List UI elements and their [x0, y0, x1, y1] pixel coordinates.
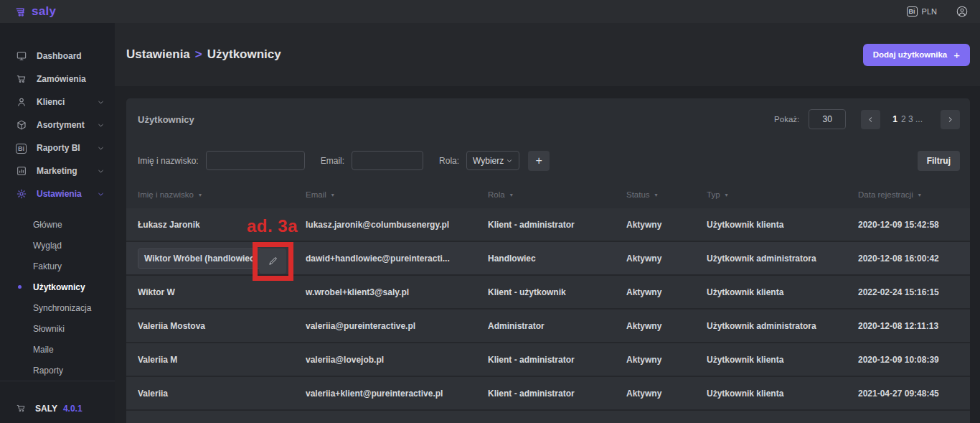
- submenu-item-użytkownicy[interactable]: Użytkownicy: [0, 276, 115, 297]
- column-header[interactable]: Status ▾: [626, 190, 707, 199]
- currency-selector[interactable]: Bi PLN: [907, 6, 937, 17]
- cell-email: w.wrobel+klient3@saly.pl: [306, 287, 488, 297]
- cell-registered: 2020-12-08 12:11:13: [858, 321, 970, 331]
- cell-registered: 2020-12-09 15:42:58: [858, 220, 970, 230]
- email-filter-input[interactable]: [352, 151, 423, 170]
- name-filter-label: Imię i nazwisko:: [138, 156, 199, 166]
- sidebar-item-klienci[interactable]: Klienci: [0, 90, 115, 113]
- cell-registered: 2020-12-09 10:08:39: [858, 355, 970, 365]
- column-header-label: Imię i nazwisko: [138, 190, 194, 199]
- users-panel: Użytkownicy Pokaż: 12 3 ... Imię i nazwi…: [126, 98, 970, 423]
- cell-role: Klient - administrator: [488, 389, 626, 399]
- monitor-icon: [16, 50, 27, 62]
- column-header-label: Rola: [488, 190, 505, 199]
- column-header-label: Email: [306, 190, 326, 199]
- column-header-label: Status: [626, 190, 650, 199]
- prev-page-button[interactable]: [861, 110, 880, 129]
- cell-role: Administrator: [488, 321, 626, 331]
- column-header[interactable]: Typ ▾: [707, 190, 858, 199]
- submenu-item-faktury[interactable]: Faktury: [0, 256, 115, 276]
- sidebar-item-label: Marketing: [37, 166, 77, 176]
- pagination: Pokaż: 12 3 ...: [774, 109, 960, 129]
- sidebar-item-dashboard[interactable]: Dashboard: [0, 45, 115, 68]
- main-content: Ustawienia > Użytkownicy Dodaj użytkowni…: [115, 23, 980, 423]
- column-header-label: Data rejestracji: [858, 190, 913, 199]
- submenu-item-synchronizacja[interactable]: Synchronizacja: [0, 297, 115, 318]
- column-header[interactable]: Data rejestracji ▾: [858, 190, 970, 199]
- show-label: Pokaż:: [774, 115, 799, 124]
- edit-user-button[interactable]: [259, 248, 286, 274]
- email-filter-label: Email:: [321, 156, 344, 166]
- active-dot: [18, 285, 22, 289]
- table-row[interactable]: Wiktor Wróbel (handlowiec) dawid+handlow…: [126, 242, 970, 276]
- submenu-item-label: Użytkownicy: [33, 282, 85, 292]
- cell-role: Klient - użytkownik: [488, 287, 626, 297]
- cell-type: Użytkownik administratora: [707, 321, 858, 331]
- column-header[interactable]: Email ▾: [306, 190, 488, 199]
- role-filter-select[interactable]: Wybierz: [466, 151, 519, 170]
- page-header: Ustawienia > Użytkownicy Dodaj użytkowni…: [115, 23, 980, 86]
- breadcrumb-page: Użytkownicy: [207, 47, 281, 62]
- currency-label: PLN: [922, 7, 937, 16]
- table-row[interactable]: Valeriia Mostova valeriia@pureinteractiv…: [126, 310, 970, 343]
- sidebar-item-zamówienia[interactable]: Zamówienia: [0, 68, 115, 90]
- cell-status: Aktywny: [626, 355, 707, 365]
- sort-arrow-icon: ▾: [510, 192, 513, 198]
- cart-icon: [16, 73, 27, 85]
- submenu-item-główne[interactable]: Główne: [0, 214, 115, 235]
- sidebar-item-raporty-bi[interactable]: Bi Raporty BI: [0, 136, 115, 159]
- table-row[interactable]: Wiktor W w.wrobel+klient3@saly.pl Klient…: [126, 276, 970, 310]
- sidebar-item-asortyment[interactable]: Asortyment: [0, 113, 115, 136]
- table-row-partial: [126, 411, 970, 423]
- sidebar-item-ustawienia[interactable]: Ustawienia: [0, 182, 115, 205]
- cell-type: Użytkownik klienta: [707, 389, 858, 399]
- page-numbers[interactable]: 12 3 ...: [890, 114, 925, 124]
- table-row[interactable]: Valeriia M valeriia@lovejob.pl Klient - …: [126, 343, 970, 377]
- submenu-item-raporty[interactable]: Raporty: [0, 360, 115, 381]
- cell-type: Użytkownik klienta: [707, 287, 858, 297]
- chevron-down-icon: [97, 190, 105, 198]
- breadcrumb-section[interactable]: Ustawienia: [126, 47, 190, 62]
- cell-name: Wiktor W: [138, 287, 306, 297]
- filter-submit-button[interactable]: Filtruj: [918, 151, 960, 171]
- person-icon: [16, 96, 27, 108]
- sort-arrow-icon: ▾: [725, 192, 728, 198]
- column-header[interactable]: Rola ▾: [488, 190, 626, 199]
- submenu-item-label: Raporty: [33, 366, 63, 376]
- submenu-item-słowniki[interactable]: Słowniki: [0, 318, 115, 339]
- chevron-right-icon: [946, 116, 954, 124]
- table-body: Łukasz Jaronik lukasz.jaronik@columbusen…: [126, 208, 970, 411]
- breadcrumb: Ustawienia > Użytkownicy: [126, 47, 281, 62]
- sidebar-item-label: Ustawienia: [37, 189, 82, 199]
- sidebar: Dashboard Zamówienia Klienci Asortyment …: [0, 23, 115, 423]
- name-filter-input[interactable]: [206, 151, 305, 170]
- cell-role: Klient - administrator: [488, 355, 626, 365]
- topbar: saly Bi PLN: [0, 0, 980, 23]
- submenu-item-wygląd[interactable]: Wygląd: [0, 235, 115, 256]
- table-row[interactable]: Valeriia valeriia+klient@pureinteractive…: [126, 377, 970, 411]
- other-pages[interactable]: 2 3 ...: [901, 114, 923, 124]
- submenu-item-maile[interactable]: Maile: [0, 339, 115, 360]
- chevron-down-icon: [97, 144, 105, 152]
- cell-status: Aktywny: [626, 254, 707, 264]
- saly-logo[interactable]: saly: [14, 4, 56, 19]
- cell-registered: 2020-12-08 16:00:42: [858, 254, 970, 264]
- cart-icon: [16, 403, 27, 414]
- column-header[interactable]: Imię i nazwisko ▾: [138, 190, 306, 199]
- page-size-input[interactable]: [809, 109, 846, 129]
- next-page-button[interactable]: [941, 110, 960, 129]
- sidebar-item-label: Asortyment: [37, 120, 85, 130]
- account-icon[interactable]: [956, 5, 969, 18]
- current-page[interactable]: 1: [892, 114, 897, 124]
- add-user-button[interactable]: Dodaj użytkownika +: [863, 44, 970, 66]
- cell-name: Valeriia: [138, 389, 306, 399]
- cell-status: Aktywny: [626, 389, 707, 399]
- panel-header: Użytkownicy Pokaż: 12 3 ...: [126, 98, 970, 140]
- cell-email: dawid+handlowiec@pureinteracti...: [306, 254, 488, 264]
- add-filter-button[interactable]: +: [528, 151, 550, 171]
- chevron-down-icon: [97, 98, 105, 106]
- sidebar-item-marketing[interactable]: Marketing: [0, 159, 115, 182]
- submenu-item-label: Maile: [33, 345, 54, 355]
- cell-status: Aktywny: [626, 220, 707, 230]
- bi-icon: Bi: [16, 143, 27, 154]
